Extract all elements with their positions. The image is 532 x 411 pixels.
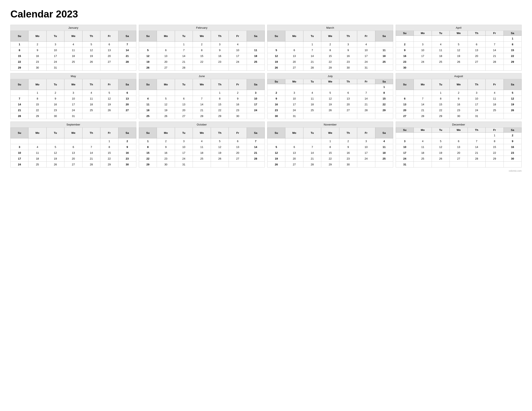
calendar-day: 6 (64, 144, 82, 150)
calendar-day: 18 (139, 107, 157, 113)
calendar-day: 10 (11, 150, 28, 156)
day-header-mo: Mo (28, 31, 46, 42)
calendar-day: 3 (11, 144, 28, 150)
day-header-we: We (321, 128, 339, 138)
calendar-day: 25 (486, 107, 504, 113)
calendar-day: 23 (267, 107, 285, 113)
calendar-day: 22 (504, 53, 521, 59)
calendar-day: 12 (267, 150, 285, 156)
calendar-day (414, 65, 432, 71)
footer: colomio.com (10, 170, 522, 172)
calendar-day: 9 (339, 47, 357, 53)
calendar-day: 6 (175, 96, 193, 102)
calendar-day (414, 162, 432, 167)
calendar-day (28, 138, 46, 144)
day-header-su: Su (396, 128, 414, 133)
calendar-day: 7 (82, 144, 100, 150)
calendar-day: 27 (396, 113, 414, 119)
calendar-day: 3 (357, 138, 375, 144)
calendar-day: 30 (339, 65, 357, 71)
calendar-day (11, 90, 28, 96)
calendar-day: 25 (414, 156, 432, 162)
calendar-day (193, 90, 211, 96)
month-table-december: DecemberSuMoTuWeThFrSa123456789101112131… (396, 122, 522, 167)
calendar-day: 13 (468, 47, 485, 53)
calendar-day: 11 (486, 96, 504, 102)
day-header-mo: Mo (157, 128, 175, 138)
calendar-day: 24 (247, 107, 265, 113)
calendar-day: 26 (321, 107, 339, 113)
month-title-december: December (396, 122, 522, 128)
calendar-day: 1 (211, 90, 228, 96)
calendar-day: 25 (375, 59, 393, 65)
day-header-mo: Mo (414, 31, 432, 36)
calendar-day: 22 (100, 156, 118, 162)
calendar-day (357, 113, 375, 119)
calendar-day: 20 (157, 59, 175, 65)
calendar-day (139, 90, 157, 96)
calendar-day: 17 (247, 102, 265, 107)
calendar-day: 3 (211, 42, 228, 47)
calendar-day (157, 90, 175, 96)
day-header-sa: Sa (375, 79, 393, 84)
calendar-day: 11 (193, 144, 211, 150)
calendar-day: 13 (100, 47, 118, 53)
calendar-day: 17 (468, 102, 485, 107)
month-table-july: JulySuMoTuWeThFrSa1234567891011121314151… (267, 73, 393, 119)
calendar-day: 6 (100, 42, 118, 47)
day-header-fr: Fr (100, 31, 118, 42)
calendar-day: 30 (229, 113, 247, 119)
day-header-sa: Sa (118, 128, 136, 138)
calendar-day: 1 (486, 133, 504, 138)
month-title-february: February (139, 25, 265, 31)
calendar-day: 25 (82, 107, 100, 113)
calendar-day: 19 (82, 53, 100, 59)
calendar-day: 23 (504, 150, 521, 156)
calendar-day: 3 (247, 90, 265, 96)
calendar-day: 14 (303, 53, 321, 59)
calendar-day: 2 (396, 42, 414, 47)
calendar-day: 24 (229, 59, 247, 65)
day-header-we: We (450, 128, 468, 133)
calendar-day: 19 (46, 156, 64, 162)
calendar-day (504, 65, 521, 71)
calendar-day: 20 (396, 107, 414, 113)
calendar-day (450, 65, 468, 71)
calendar-day: 23 (118, 156, 136, 162)
month-title-march: March (267, 25, 393, 31)
calendar-day: 31 (357, 65, 375, 71)
day-header-su: Su (139, 128, 157, 138)
calendar-day: 10 (175, 144, 193, 150)
calendar-day: 2 (321, 42, 339, 47)
calendar-day: 4 (375, 138, 393, 144)
calendar-day: 5 (267, 144, 285, 150)
calendar-day (375, 42, 393, 47)
day-header-sa: Sa (504, 128, 521, 133)
calendar-day: 26 (432, 156, 449, 162)
calendar-day: 13 (118, 96, 136, 102)
month-table-october: OctoberSuMoTuWeThFrSa1234567891011121314… (139, 122, 265, 167)
calendar-day (247, 113, 265, 119)
calendar-day: 20 (175, 107, 193, 113)
calendar-day: 8 (193, 47, 211, 53)
calendar-day: 30 (504, 156, 521, 162)
month-table-august: AugustSuMoTuWeThFrSa12345678910111213141… (396, 73, 522, 119)
calendar-day: 2 (267, 90, 285, 96)
calendar-day (339, 84, 357, 90)
calendar-day: 19 (211, 150, 228, 156)
day-header-we: We (193, 31, 211, 42)
calendar-day: 2 (450, 90, 468, 96)
calendar-day (46, 138, 64, 144)
calendar-day (82, 65, 100, 71)
calendar-grid: JanuarySuMoTuWeThFrSa1234567891011121314… (10, 25, 522, 167)
calendar-day: 10 (357, 144, 375, 150)
calendar-day (321, 84, 339, 90)
calendar-day: 29 (211, 113, 228, 119)
day-header-mo: Mo (285, 31, 303, 42)
calendar-day: 28 (82, 162, 100, 167)
calendar-day: 13 (64, 150, 82, 156)
day-header-mo: Mo (28, 128, 46, 138)
calendar-day: 2 (46, 90, 64, 96)
calendar-day: 7 (175, 47, 193, 53)
calendar-day (357, 84, 375, 90)
